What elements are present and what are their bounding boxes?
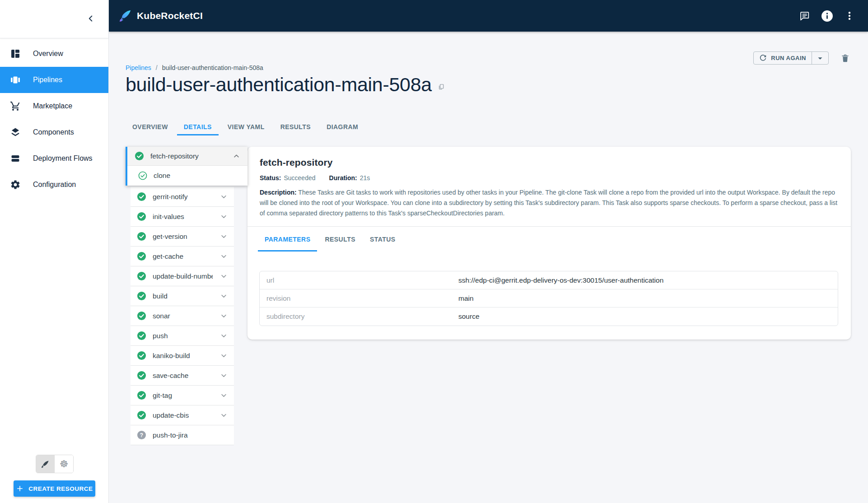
- parameter-value: main: [458, 294, 474, 303]
- check-circle-outline-icon: [138, 171, 148, 181]
- task-item-update-cbis[interactable]: update-cbis: [131, 405, 234, 425]
- task-item-push[interactable]: push: [131, 326, 234, 346]
- kuberocketci-logo-icon: [118, 9, 132, 23]
- status-label: Status:: [260, 174, 281, 182]
- task-item-build[interactable]: build: [131, 286, 234, 306]
- main-content: RUN AGAIN Pipelines / build-user-authent…: [109, 32, 868, 503]
- kebab-menu-icon: [844, 10, 855, 21]
- sidebar-item-deployment-flows[interactable]: Deployment Flows: [0, 145, 108, 172]
- more-menu-button[interactable]: [843, 9, 856, 22]
- task-item-git-tag[interactable]: git-tag: [131, 386, 234, 405]
- task-item-label: get-cache: [153, 252, 213, 261]
- chevron-down-icon: [219, 252, 229, 261]
- feedback-button[interactable]: [798, 9, 811, 23]
- feather-toggle-button[interactable]: [36, 455, 55, 473]
- page-actions: RUN AGAIN: [753, 51, 851, 65]
- task-detail-card: fetch-repository Status: Succeeded Durat…: [247, 147, 851, 340]
- sidebar-item-configuration[interactable]: Configuration: [0, 172, 108, 198]
- task-item-init-values[interactable]: init-values: [131, 207, 234, 227]
- cluster-toggle: ☸: [36, 455, 74, 473]
- feedback-icon: [799, 10, 810, 22]
- task-item-update-build-number[interactable]: update-build-number: [131, 266, 234, 286]
- sidebar-header: [0, 0, 108, 38]
- detail-tab-parameters[interactable]: PARAMETERS: [258, 227, 317, 252]
- tab-details[interactable]: DETAILS: [177, 118, 219, 135]
- chevron-down-icon: [219, 371, 229, 380]
- copy-title-button[interactable]: [438, 84, 445, 91]
- sidebar-item-overview[interactable]: Overview: [0, 41, 108, 67]
- check-circle-icon: [137, 410, 146, 420]
- chevron-down-icon: [219, 271, 229, 281]
- tab-diagram[interactable]: DIAGRAM: [320, 118, 365, 135]
- delete-pipeline-button[interactable]: [840, 52, 851, 64]
- breadcrumb-pipelines-link[interactable]: Pipelines: [126, 64, 151, 71]
- sidebar-item-pipelines[interactable]: Pipelines: [0, 67, 108, 93]
- sidebar-item-label: Configuration: [33, 181, 76, 189]
- task-detail-tabs: PARAMETERSRESULTSSTATUS: [247, 227, 851, 252]
- trash-icon: [840, 53, 850, 63]
- pipelines-icon: [10, 75, 21, 85]
- sidebar-item-components[interactable]: Components: [0, 119, 108, 145]
- parameter-row-url: url ssh://edp-ci@gerrit.edp-delivery-os-…: [260, 271, 838, 289]
- configuration-icon: [10, 179, 21, 190]
- sidebar-collapse-button[interactable]: [85, 13, 97, 24]
- chevron-down-icon: [219, 331, 229, 340]
- parameter-value: source: [458, 312, 480, 321]
- task-item-label: update-cbis: [153, 411, 213, 419]
- chevron-down-icon: [219, 192, 229, 201]
- svg-text:?: ?: [140, 432, 143, 438]
- task-item-save-cache[interactable]: save-cache: [131, 366, 234, 386]
- plus-icon: [16, 484, 24, 493]
- check-circle-icon: [137, 371, 146, 380]
- check-circle-icon: [137, 351, 146, 360]
- tab-view-yaml[interactable]: VIEW YAML: [221, 118, 271, 135]
- page-title: build-user-authentication-main-508a: [126, 74, 432, 95]
- info-button[interactable]: [820, 9, 834, 23]
- chevron-down-icon: [219, 212, 229, 221]
- breadcrumb-separator: /: [156, 64, 158, 71]
- check-circle-icon: [137, 252, 146, 261]
- kubernetes-toggle-button[interactable]: ☸: [55, 455, 73, 473]
- detail-tab-status[interactable]: STATUS: [363, 227, 402, 252]
- parameter-row-revision: revision main: [260, 289, 838, 307]
- parameter-row-subdirectory: subdirectory source: [260, 307, 838, 326]
- task-step-clone[interactable]: clone: [127, 166, 247, 186]
- task-item-kaniko-build[interactable]: kaniko-build: [131, 346, 234, 366]
- task-item-get-cache[interactable]: get-cache: [131, 247, 234, 266]
- detail-tab-results[interactable]: RESULTS: [318, 227, 362, 252]
- task-item-label: git-tag: [153, 391, 213, 400]
- task-item-fetch-repository[interactable]: fetch-repository: [127, 147, 247, 166]
- details-content: fetch-repository clone gerrit-notify ini…: [126, 147, 851, 445]
- task-item-label: save-cache: [153, 372, 213, 380]
- tab-results[interactable]: RESULTS: [274, 118, 317, 135]
- check-circle-icon: [137, 232, 146, 241]
- task-description: Description: These Tasks are Git tasks t…: [260, 187, 839, 219]
- components-icon: [10, 127, 21, 138]
- create-resource-button[interactable]: CREATE RESOURCE: [14, 480, 95, 497]
- chevron-up-icon: [232, 151, 241, 161]
- sidebar: Overview Pipelines Marketplace Component…: [0, 0, 109, 503]
- run-again-dropdown-button[interactable]: [812, 52, 828, 64]
- info-icon: [821, 10, 833, 22]
- task-item-push-to-jira[interactable]: ? push-to-jira: [131, 425, 234, 445]
- task-list: fetch-repository clone gerrit-notify ini…: [126, 147, 247, 445]
- description-label: Description:: [260, 189, 297, 196]
- sidebar-item-label: Overview: [33, 50, 63, 58]
- chevron-down-icon: [219, 291, 229, 301]
- task-group-fetch-repository: fetch-repository clone: [126, 147, 247, 186]
- brand-name: KubeRocketCI: [137, 10, 203, 21]
- task-item-label: sonar: [153, 312, 213, 320]
- run-again-split-button: RUN AGAIN: [753, 51, 829, 65]
- sidebar-item-marketplace[interactable]: Marketplace: [0, 93, 108, 119]
- task-item-label: gerrit-notify: [153, 193, 213, 201]
- check-circle-icon: [137, 192, 146, 201]
- refresh-icon: [759, 54, 767, 62]
- check-circle-icon: [137, 311, 146, 321]
- task-item-gerrit-notify[interactable]: gerrit-notify: [131, 187, 234, 207]
- task-item-sonar[interactable]: sonar: [131, 306, 234, 326]
- run-again-button[interactable]: RUN AGAIN: [754, 52, 812, 64]
- tab-overview[interactable]: OVERVIEW: [126, 118, 175, 135]
- task-item-get-version[interactable]: get-version: [131, 227, 234, 247]
- check-circle-icon: [137, 391, 146, 400]
- chevron-down-icon: [219, 351, 229, 360]
